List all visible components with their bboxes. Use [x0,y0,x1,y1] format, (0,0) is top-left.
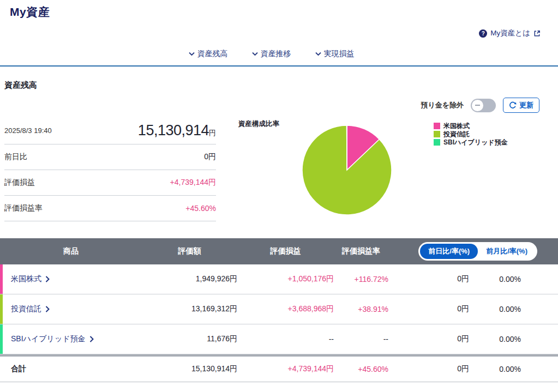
cell-value: 13,169,312円 [142,304,237,314]
cell-pl: +3,688,968円 [237,304,334,314]
tab-asset-trend[interactable]: 資産推移 [252,49,291,59]
pl-value: +4,739,144円 [170,178,216,188]
chevron-down-icon [252,52,258,56]
cell-day-rate: 0.00% [469,275,521,284]
chevron-right-icon [45,276,50,282]
anchor-tabs: 資産残高 資産推移 実現損益 [189,49,355,59]
external-link-icon [533,30,541,37]
question-icon: ? [479,29,487,38]
table-row-mutual-fund: 投資信託 13,169,312円 +3,688,968円 +38.91% 0円 … [0,294,558,324]
legend-swatch [434,139,440,146]
product-label: 投資信託 [11,304,41,314]
summary-row-pl: 評価損益 +4,739,144円 [4,170,216,196]
cell-value: 15,130,914円 [142,364,237,374]
product-link-us-stock[interactable]: 米国株式 [0,274,142,284]
table-row-sbi-hybrid: SBIハイブリッド預金 11,676円 -- -- 0円 0.00% [0,324,558,354]
col-header-pl: 評価損益 [237,246,334,256]
help-link-label: My資産とは [490,28,530,38]
cell-day-rate: 0.00% [469,365,521,373]
legend-swatch [434,123,440,129]
exclude-deposit-label: 預り金を除外 [421,100,464,110]
pl-rate-value: +45.60% [185,204,216,213]
refresh-label: 更新 [519,100,533,110]
summary-panel: 2025/8/3 19:40 15,130,914円 前日比 0円 評価損益 +… [4,117,216,221]
total-label: 合計 [0,364,142,374]
table-row-us-stock: 米国株式 1,949,926円 +1,050,176円 +116.72% 0円 … [0,264,558,294]
product-link-sbi-hybrid[interactable]: SBIハイブリッド預金 [0,334,142,344]
cell-value: 11,676円 [142,334,237,344]
col-header-pl-rate: 評価損益率 [334,246,388,256]
summary-row-pl-rate: 評価損益率 +45.60% [4,196,216,221]
cell-day-change: 0円 [388,274,469,284]
summary-row-day-change: 前日比 0円 [4,144,216,170]
table-row-total: 合計 15,130,914円 +4,739,144円 +45.60% 0円 0.… [0,357,558,382]
pie-chart-svg [301,124,393,216]
my-assets-page: My資産 ? My資産とは 資産残高 資産推移 実現損益 [0,0,558,392]
cell-day-rate: 0.00% [469,335,521,343]
cell-pl-rate: +38.91% [334,305,388,313]
period-toggle-group: 前日比/率(%) 前月比/率(%) [418,242,537,261]
cell-pl: -- [237,335,334,343]
refresh-icon [509,101,517,109]
cell-day-change: 0円 [388,304,469,314]
cell-pl-rate: +45.60% [334,365,388,373]
category-color-stripe [0,264,3,294]
page-title: My資産 [10,4,50,20]
summary-total-row: 2025/8/3 19:40 15,130,914円 [4,117,216,144]
controls-bar: 預り金を除外 更新 [421,98,539,113]
minus-icon [475,105,480,106]
timestamp: 2025/8/3 19:40 [4,126,52,135]
period-toggle: 前日比/率(%) 前月比/率(%) [418,242,537,261]
month-comparison-pill[interactable]: 前月比/率(%) [478,244,536,259]
product-label: 米国株式 [11,274,41,284]
table-header: 商品 評価額 評価損益 評価損益率 前日比/率(%) 前月比/率(%) [0,238,558,264]
product-link-mutual-fund[interactable]: 投資信託 [0,304,142,314]
chevron-down-icon [315,52,321,56]
cell-day-change: 0円 [388,364,469,374]
chevron-right-icon [89,336,94,342]
chevron-right-icon [45,306,50,312]
day-change-value: 0円 [204,152,216,162]
refresh-button[interactable]: 更新 [503,98,539,113]
tab-label: 実現損益 [324,49,355,59]
cell-day-change: 0円 [388,334,469,344]
pie-chart [301,124,393,216]
product-label: SBIハイブリッド預金 [11,334,86,344]
legend-item-sbi-hybrid: SBIハイブリッド預金 [434,138,508,146]
category-color-stripe [0,324,3,354]
chevron-down-icon [189,52,195,56]
cell-pl-rate: +116.72% [334,275,388,284]
category-color-stripe [0,294,3,324]
help-link[interactable]: ? My資産とは [479,28,541,38]
tab-label: 資産残高 [197,49,228,59]
pie-legend: 米国株式 投資信託 SBIハイブリッド預金 [434,122,508,146]
tab-bar: My資産 ? My資産とは 資産残高 資産推移 実現損益 [0,0,558,67]
day-comparison-pill[interactable]: 前日比/率(%) [420,244,478,259]
tab-asset-balance[interactable]: 資産残高 [189,49,228,59]
cell-value: 1,949,926円 [142,274,237,284]
exclude-deposit-toggle[interactable] [471,99,496,112]
tab-realized-pl[interactable]: 実現損益 [315,49,355,59]
cell-pl: +1,050,176円 [237,274,334,284]
holdings-table: 商品 評価額 評価損益 評価損益率 前日比/率(%) 前月比/率(%) 米国株式… [0,238,558,382]
legend-item-mutual-fund: 投資信託 [434,130,508,138]
toggle-knob [472,100,483,111]
col-header-value: 評価額 [142,246,237,256]
cell-day-rate: 0.00% [469,305,521,313]
legend-label: SBIハイブリッド預金 [443,138,508,147]
pie-chart-title: 資産構成比率 [238,119,279,129]
cell-pl: +4,739,144円 [237,364,334,374]
section-title: 資産残高 [4,80,37,91]
col-header-product: 商品 [0,246,142,256]
legend-item-us-stock: 米国株式 [434,122,508,130]
legend-swatch [434,131,440,137]
cell-pl-rate: -- [334,335,388,343]
tab-label: 資産推移 [261,49,291,59]
total-asset-value: 15,130,914円 [138,122,216,139]
